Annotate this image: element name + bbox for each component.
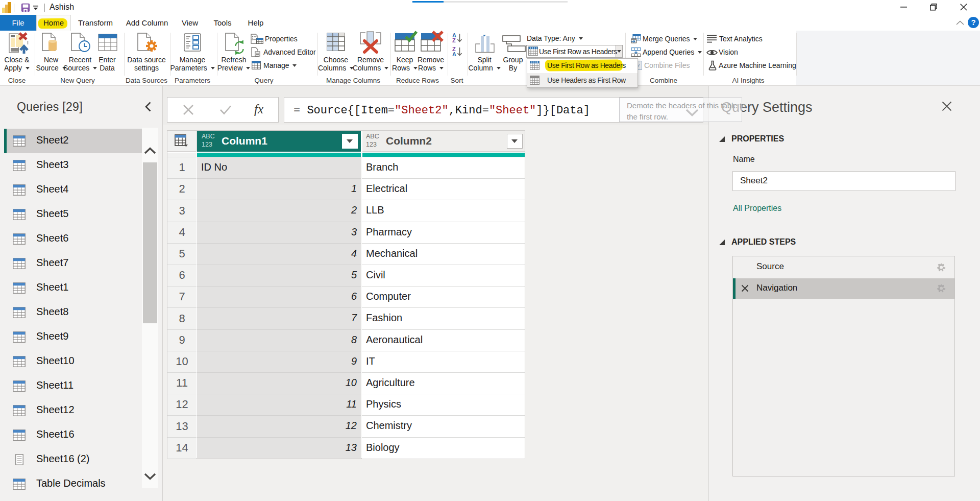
- svg-text:A: A: [452, 51, 456, 57]
- svg-text:Z: Z: [452, 37, 456, 43]
